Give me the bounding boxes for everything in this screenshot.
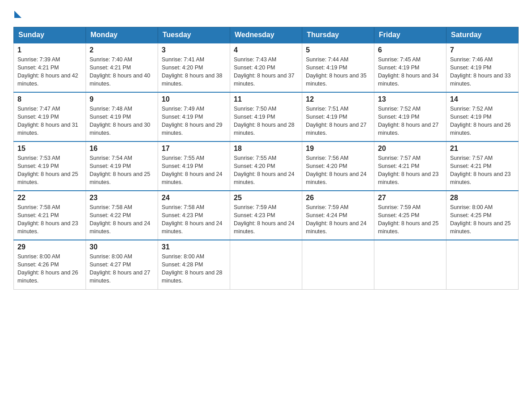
day-info: Sunrise: 7:46 AMSunset: 4:19 PMDaylight:… xyxy=(450,56,511,87)
calendar-cell: 24 Sunrise: 7:58 AMSunset: 4:23 PMDaylig… xyxy=(158,191,230,240)
day-number: 31 xyxy=(162,243,226,251)
day-info: Sunrise: 8:00 AMSunset: 4:26 PMDaylight:… xyxy=(17,253,78,284)
day-info: Sunrise: 7:41 AMSunset: 4:20 PMDaylight:… xyxy=(162,56,223,87)
day-info: Sunrise: 7:54 AMSunset: 4:19 PMDaylight:… xyxy=(90,155,150,185)
day-number: 3 xyxy=(162,46,226,54)
day-info: Sunrise: 7:52 AMSunset: 4:19 PMDaylight:… xyxy=(450,106,511,136)
logo-triangle-icon xyxy=(14,11,21,18)
calendar-cell: 10 Sunrise: 7:49 AMSunset: 4:19 PMDaylig… xyxy=(158,92,230,141)
day-number: 15 xyxy=(17,145,82,153)
day-info: Sunrise: 8:00 AMSunset: 4:28 PMDaylight:… xyxy=(162,253,223,284)
calendar-cell: 1 Sunrise: 7:39 AMSunset: 4:21 PMDayligh… xyxy=(14,43,86,92)
calendar-header-saturday: Saturday xyxy=(446,27,519,43)
day-info: Sunrise: 7:44 AMSunset: 4:19 PMDaylight:… xyxy=(306,56,367,87)
day-info: Sunrise: 7:47 AMSunset: 4:19 PMDaylight:… xyxy=(17,106,78,136)
day-number: 20 xyxy=(378,145,442,153)
day-info: Sunrise: 8:00 AMSunset: 4:27 PMDaylight:… xyxy=(90,253,150,284)
day-number: 9 xyxy=(90,95,154,103)
day-number: 2 xyxy=(90,46,154,54)
day-info: Sunrise: 7:43 AMSunset: 4:20 PMDaylight:… xyxy=(234,56,295,87)
calendar-week-row: 22 Sunrise: 7:58 AMSunset: 4:21 PMDaylig… xyxy=(14,191,519,240)
calendar-week-row: 29 Sunrise: 8:00 AMSunset: 4:26 PMDaylig… xyxy=(14,240,519,289)
calendar-cell: 26 Sunrise: 7:59 AMSunset: 4:24 PMDaylig… xyxy=(302,191,374,240)
logo xyxy=(13,9,21,18)
calendar-week-row: 8 Sunrise: 7:47 AMSunset: 4:19 PMDayligh… xyxy=(14,92,519,141)
calendar-cell: 29 Sunrise: 8:00 AMSunset: 4:26 PMDaylig… xyxy=(14,240,86,289)
day-info: Sunrise: 7:51 AMSunset: 4:19 PMDaylight:… xyxy=(306,106,367,136)
day-number: 14 xyxy=(450,95,515,103)
day-number: 27 xyxy=(378,194,442,202)
calendar-cell: 18 Sunrise: 7:55 AMSunset: 4:20 PMDaylig… xyxy=(230,141,302,191)
day-number: 16 xyxy=(90,145,154,153)
day-info: Sunrise: 7:45 AMSunset: 4:19 PMDaylight:… xyxy=(378,56,439,87)
day-info: Sunrise: 7:55 AMSunset: 4:19 PMDaylight:… xyxy=(162,155,223,185)
calendar-cell: 25 Sunrise: 7:59 AMSunset: 4:23 PMDaylig… xyxy=(230,191,302,240)
calendar-cell: 17 Sunrise: 7:55 AMSunset: 4:19 PMDaylig… xyxy=(158,141,230,191)
calendar-cell: 22 Sunrise: 7:58 AMSunset: 4:21 PMDaylig… xyxy=(14,191,86,240)
calendar-cell: 16 Sunrise: 7:54 AMSunset: 4:19 PMDaylig… xyxy=(86,141,158,191)
day-number: 25 xyxy=(234,194,298,202)
day-number: 1 xyxy=(17,46,82,54)
day-info: Sunrise: 7:58 AMSunset: 4:22 PMDaylight:… xyxy=(90,204,150,235)
calendar-header-row: SundayMondayTuesdayWednesdayThursdayFrid… xyxy=(14,27,519,43)
day-info: Sunrise: 7:59 AMSunset: 4:23 PMDaylight:… xyxy=(234,204,295,235)
calendar-cell: 23 Sunrise: 7:58 AMSunset: 4:22 PMDaylig… xyxy=(86,191,158,240)
calendar-cell: 11 Sunrise: 7:50 AMSunset: 4:19 PMDaylig… xyxy=(230,92,302,141)
calendar-cell: 27 Sunrise: 7:59 AMSunset: 4:25 PMDaylig… xyxy=(374,191,446,240)
day-number: 30 xyxy=(90,243,154,251)
calendar-header-thursday: Thursday xyxy=(302,27,374,43)
day-number: 22 xyxy=(17,194,82,202)
day-info: Sunrise: 7:52 AMSunset: 4:19 PMDaylight:… xyxy=(378,106,439,136)
day-number: 12 xyxy=(306,95,370,103)
day-info: Sunrise: 7:55 AMSunset: 4:20 PMDaylight:… xyxy=(234,155,295,185)
calendar-cell: 6 Sunrise: 7:45 AMSunset: 4:19 PMDayligh… xyxy=(374,43,446,92)
day-number: 26 xyxy=(306,194,370,202)
day-info: Sunrise: 7:49 AMSunset: 4:19 PMDaylight:… xyxy=(162,106,223,136)
day-info: Sunrise: 7:39 AMSunset: 4:21 PMDaylight:… xyxy=(17,56,78,87)
day-number: 8 xyxy=(17,95,82,103)
day-number: 6 xyxy=(378,46,442,54)
calendar-week-row: 1 Sunrise: 7:39 AMSunset: 4:21 PMDayligh… xyxy=(14,43,519,92)
day-number: 10 xyxy=(162,95,226,103)
day-info: Sunrise: 7:57 AMSunset: 4:21 PMDaylight:… xyxy=(450,155,511,185)
day-info: Sunrise: 8:00 AMSunset: 4:25 PMDaylight:… xyxy=(450,204,511,235)
calendar-header-sunday: Sunday xyxy=(14,27,86,43)
day-info: Sunrise: 7:56 AMSunset: 4:20 PMDaylight:… xyxy=(306,155,367,185)
calendar-cell: 2 Sunrise: 7:40 AMSunset: 4:21 PMDayligh… xyxy=(86,43,158,92)
day-number: 18 xyxy=(234,145,298,153)
calendar-table: SundayMondayTuesdayWednesdayThursdayFrid… xyxy=(13,27,519,290)
calendar-cell xyxy=(374,240,446,289)
calendar-cell: 8 Sunrise: 7:47 AMSunset: 4:19 PMDayligh… xyxy=(14,92,86,141)
day-number: 19 xyxy=(306,145,370,153)
calendar-cell: 15 Sunrise: 7:53 AMSunset: 4:19 PMDaylig… xyxy=(14,141,86,191)
calendar-cell: 14 Sunrise: 7:52 AMSunset: 4:19 PMDaylig… xyxy=(446,92,519,141)
calendar-header-wednesday: Wednesday xyxy=(230,27,302,43)
day-number: 5 xyxy=(306,46,370,54)
day-number: 24 xyxy=(162,194,226,202)
calendar-cell: 31 Sunrise: 8:00 AMSunset: 4:28 PMDaylig… xyxy=(158,240,230,289)
calendar-cell: 5 Sunrise: 7:44 AMSunset: 4:19 PMDayligh… xyxy=(302,43,374,92)
day-number: 7 xyxy=(450,46,515,54)
day-info: Sunrise: 7:50 AMSunset: 4:19 PMDaylight:… xyxy=(234,106,295,136)
day-number: 29 xyxy=(17,243,82,251)
calendar-cell: 30 Sunrise: 8:00 AMSunset: 4:27 PMDaylig… xyxy=(86,240,158,289)
calendar-cell: 9 Sunrise: 7:48 AMSunset: 4:19 PMDayligh… xyxy=(86,92,158,141)
page-header xyxy=(13,9,519,18)
day-info: Sunrise: 7:59 AMSunset: 4:24 PMDaylight:… xyxy=(306,204,367,235)
calendar-cell: 21 Sunrise: 7:57 AMSunset: 4:21 PMDaylig… xyxy=(446,141,519,191)
calendar-header-monday: Monday xyxy=(86,27,158,43)
calendar-cell: 3 Sunrise: 7:41 AMSunset: 4:20 PMDayligh… xyxy=(158,43,230,92)
day-info: Sunrise: 7:57 AMSunset: 4:21 PMDaylight:… xyxy=(378,155,439,185)
day-number: 28 xyxy=(450,194,515,202)
calendar-cell: 13 Sunrise: 7:52 AMSunset: 4:19 PMDaylig… xyxy=(374,92,446,141)
calendar-cell: 20 Sunrise: 7:57 AMSunset: 4:21 PMDaylig… xyxy=(374,141,446,191)
day-number: 23 xyxy=(90,194,154,202)
calendar-cell: 28 Sunrise: 8:00 AMSunset: 4:25 PMDaylig… xyxy=(446,191,519,240)
calendar-cell: 7 Sunrise: 7:46 AMSunset: 4:19 PMDayligh… xyxy=(446,43,519,92)
day-number: 11 xyxy=(234,95,298,103)
calendar-header-friday: Friday xyxy=(374,27,446,43)
calendar-cell: 12 Sunrise: 7:51 AMSunset: 4:19 PMDaylig… xyxy=(302,92,374,141)
day-info: Sunrise: 7:58 AMSunset: 4:23 PMDaylight:… xyxy=(162,204,223,235)
day-number: 21 xyxy=(450,145,515,153)
calendar-cell xyxy=(446,240,519,289)
